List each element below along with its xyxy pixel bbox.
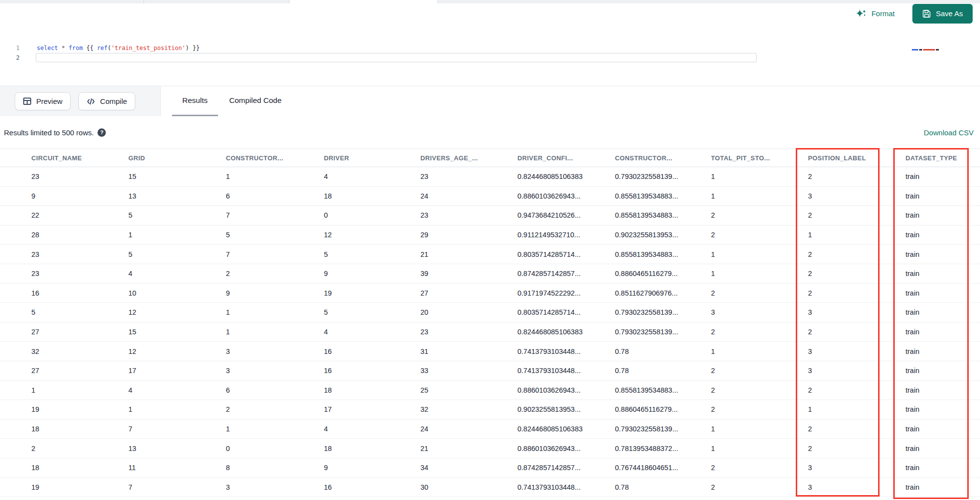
table-cell: train <box>906 187 979 206</box>
table-header-row: CIRCUIT_NAMEGRIDCONSTRUCTOR...DRIVERDRIV… <box>0 149 980 167</box>
table-cell: 2 <box>711 400 808 419</box>
table-cell: 3 <box>808 303 906 322</box>
table-cell: 23 <box>420 206 517 225</box>
table-cell: 2 <box>808 245 906 264</box>
table-cell: 21 <box>420 439 517 458</box>
table-cell: train <box>906 420 979 439</box>
table-cell: 27 <box>31 323 128 342</box>
table-cell: 1 <box>128 400 226 419</box>
table-row: 1610919270.9171974522292...0.85116279069… <box>0 284 980 303</box>
table-cell: 1 <box>226 420 324 439</box>
code-token: {{ <box>83 45 97 51</box>
column-header: DRIVER <box>324 149 420 167</box>
table-cell: 17 <box>324 400 420 419</box>
cursor-line-box[interactable] <box>36 53 757 62</box>
table-cell: 5 <box>128 245 226 264</box>
table-cell: 31 <box>420 342 517 361</box>
table-cell: 9 <box>324 458 420 477</box>
table-cell: 0.8558139534883... <box>615 381 711 400</box>
table-cell: 0.8860103626943... <box>517 439 615 458</box>
column-header: DRIVER_CONFI... <box>517 149 615 167</box>
table-icon <box>23 97 31 105</box>
table-cell: 7 <box>226 245 324 264</box>
code-editor[interactable]: 1 2 select * from {{ ref('train_test_pos… <box>0 24 980 86</box>
tab-divider <box>144 0 144 3</box>
table-cell: 2 <box>808 264 906 283</box>
table-cell: 1 <box>711 420 808 439</box>
table-cell: train <box>906 206 979 225</box>
table-cell: train <box>906 167 979 186</box>
code-token: ( <box>108 45 111 51</box>
results-table: CIRCUIT_NAMEGRIDCONSTRUCTOR...DRIVERDRIV… <box>0 149 980 497</box>
table-cell: 2 <box>711 361 808 380</box>
tab-results[interactable]: Results <box>172 86 218 116</box>
table-cell: train <box>906 478 979 497</box>
table-cell: 18 <box>31 458 128 477</box>
line-number-2: 2 <box>9 53 20 63</box>
table-cell: 0.7674418604651... <box>615 458 711 477</box>
download-csv-link[interactable]: Download CSV <box>924 128 974 137</box>
table-cell: 0.8742857142857... <box>517 458 615 477</box>
table-cell: 39 <box>420 264 517 283</box>
tab-divider <box>289 0 290 3</box>
help-icon[interactable]: ? <box>98 128 106 137</box>
table-cell: 9 <box>226 284 324 303</box>
code-token <box>65 45 69 51</box>
table-cell: 18 <box>324 439 420 458</box>
code-token: from <box>69 45 83 51</box>
tab-divider <box>438 0 438 3</box>
table-cell: 0 <box>324 206 420 225</box>
table-cell: train <box>906 381 979 400</box>
table-cell: 24 <box>420 187 517 206</box>
table-cell: 30 <box>420 478 517 497</box>
table-cell: 0.8860465116279... <box>615 400 711 419</box>
table-cell: 2 <box>711 381 808 400</box>
table-cell: 32 <box>31 342 128 361</box>
table-cell: 2 <box>226 264 324 283</box>
save-as-label: Save As <box>936 9 963 18</box>
table-cell: train <box>906 439 979 458</box>
table-cell: 0.9112149532710... <box>517 225 615 245</box>
results-bar: Results limited to 500 rows. ? Download … <box>0 116 980 149</box>
table-cell: 16 <box>324 478 420 497</box>
query-actions: Preview Compile <box>0 86 161 116</box>
save-as-button[interactable]: Save As <box>912 4 973 24</box>
table-cell: 2 <box>808 167 906 186</box>
format-button[interactable]: Format <box>856 9 895 19</box>
table-cell: 24 <box>420 420 517 439</box>
table-cell: 1 <box>226 303 324 322</box>
table-row: 51215200.8035714285714...0.7930232558139… <box>0 303 980 323</box>
preview-label: Preview <box>36 97 62 105</box>
table-row: 213018210.8860103626943...0.781395348837… <box>0 439 980 458</box>
table-cell: 7 <box>226 206 324 225</box>
table-cell: 21 <box>420 245 517 264</box>
table-cell: 0.78 <box>615 478 711 497</box>
table-cell: 2 <box>808 381 906 400</box>
table-cell: 12 <box>128 303 226 322</box>
editor-minimap[interactable] <box>912 49 939 50</box>
code-line[interactable]: select * from {{ ref('train_test_positio… <box>37 43 199 53</box>
table-cell: 20 <box>420 303 517 322</box>
table-cell: 5 <box>324 245 420 264</box>
column-header: TOTAL_PIT_STO... <box>711 149 808 167</box>
table-cell: 5 <box>226 225 324 245</box>
compile-button[interactable]: Compile <box>78 92 135 110</box>
table-cell: 2 <box>711 458 808 477</box>
table-cell: 12 <box>324 225 420 245</box>
table-cell: 23 <box>31 167 128 186</box>
column-header: CONSTRUCTOR... <box>615 149 711 167</box>
table-cell: 29 <box>420 225 517 245</box>
table-cell: 7 <box>128 478 226 497</box>
table-cell: 0.824468085106383 <box>517 323 615 342</box>
tab-compiled-code[interactable]: Compiled Code <box>219 86 292 116</box>
preview-button[interactable]: Preview <box>15 92 71 110</box>
table-cell: 2 <box>711 225 808 245</box>
column-header: DATASET_TYPE <box>906 149 979 167</box>
table-cell: 3 <box>808 342 906 361</box>
table-cell: 15 <box>128 167 226 186</box>
active-file-tab[interactable] <box>290 0 438 3</box>
table-cell: 0.7813953488372... <box>615 439 711 458</box>
table-cell: 1 <box>711 342 808 361</box>
table-row: 23429390.8742857142857...0.8860465116279… <box>0 264 980 284</box>
table-cell: 2 <box>226 400 324 419</box>
